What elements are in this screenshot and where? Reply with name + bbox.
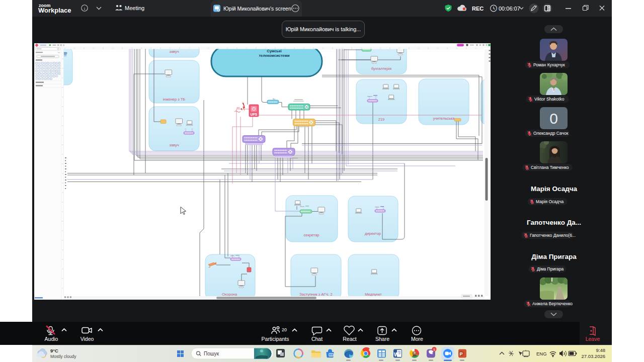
svg-text:Mostly cloudy: Mostly cloudy: [50, 354, 76, 359]
svg-text:27.03.2026: 27.03.2026: [581, 353, 605, 359]
svg-text:P: P: [460, 351, 463, 356]
svg-text:Олександр Сачок: Олександр Сачок: [533, 131, 569, 136]
svg-text:00:06:07: 00:06:07: [499, 6, 520, 12]
svg-text:Марія Осадча: Марія Осадча: [536, 199, 564, 204]
svg-text:Audio: Audio: [45, 336, 58, 342]
svg-text:Гапотченко Да...: Гапотченко Да...: [527, 219, 581, 226]
svg-text:Юрій Миколайович's screen: Юрій Миколайович's screen: [223, 6, 291, 12]
svg-text:Chat: Chat: [311, 336, 323, 342]
svg-text:Діма Пригара: Діма Пригара: [537, 266, 564, 272]
svg-text:Viktor Shakotko: Viktor Shakotko: [534, 97, 565, 102]
svg-text:Workplace: Workplace: [38, 7, 71, 14]
svg-text:i: i: [84, 6, 86, 11]
svg-text:Гапотченко Данило(6...: Гапотченко Данило(6...: [530, 233, 576, 238]
svg-text:Діма Пригара: Діма Пригара: [531, 253, 577, 260]
svg-text:W: W: [394, 352, 399, 357]
svg-text:Пошук: Пошук: [204, 351, 219, 356]
svg-text:0: 0: [549, 110, 558, 127]
svg-text:Роман Кухарчук: Роман Кухарчук: [533, 62, 565, 67]
svg-text:Leave: Leave: [586, 336, 600, 342]
svg-text:ENG: ENG: [536, 351, 547, 356]
svg-text:9°C: 9°C: [50, 348, 58, 353]
svg-text:Meeting: Meeting: [125, 5, 144, 11]
svg-text:Share: Share: [375, 336, 389, 342]
svg-text:Анжела Вертюченко: Анжела Вертюченко: [532, 301, 573, 306]
svg-text:20: 20: [282, 327, 287, 332]
svg-text:React: React: [343, 336, 357, 342]
svg-text:More: More: [411, 336, 423, 342]
svg-text:9: 9: [433, 348, 435, 351]
svg-text:REC: REC: [472, 6, 484, 12]
svg-text:9:48: 9:48: [596, 347, 606, 353]
svg-text:Марія Осадча: Марія Осадча: [531, 185, 578, 193]
svg-text:Participants: Participants: [262, 336, 289, 342]
svg-text:Video: Video: [80, 336, 94, 342]
svg-text:Світлана Тимченко: Світлана Тимченко: [531, 165, 569, 170]
